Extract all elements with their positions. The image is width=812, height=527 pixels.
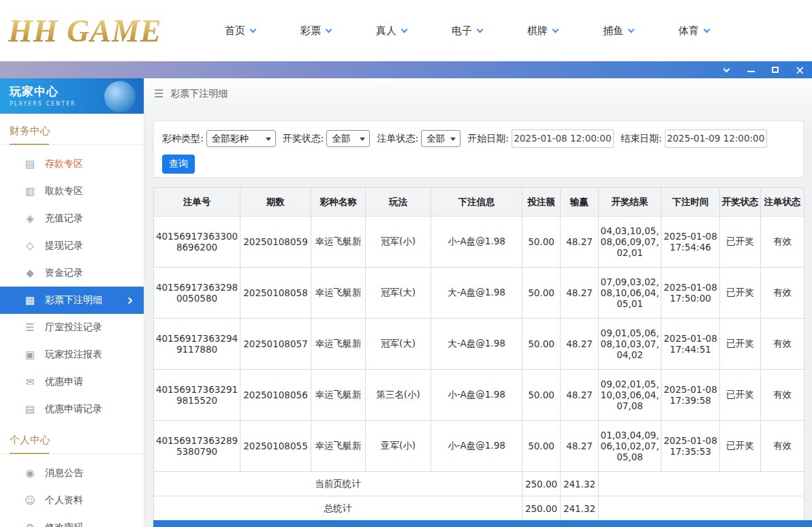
draw-status-label: 开奖状态: <box>283 133 324 145</box>
cell-order-id: 401569173633008696200 <box>154 217 240 268</box>
brand-logo[interactable]: HH GAME <box>8 13 192 49</box>
table-row: 401569173632980050580 20250108058 幸运飞艇新 … <box>154 268 805 319</box>
sidebar-item-hall-bet-records[interactable]: ☰ 厅室投注记录 <box>0 314 144 341</box>
sidebar-item-recharge-records[interactable]: ◈ 充值记录 <box>0 205 144 232</box>
nav-item-live[interactable]: 真人 <box>376 25 407 37</box>
nav-label: 体育 <box>678 25 699 37</box>
start-date-label: 开始日期: <box>467 133 509 145</box>
cell-play: 冠军(小) <box>366 217 431 268</box>
cell-draw-result: 01,03,04,09,06,10,02,07,05,08 <box>599 421 661 472</box>
end-date-input[interactable]: 2025-01-09 12:00:00 <box>665 129 767 148</box>
sidebar-item-withdraw-zone[interactable]: ▥ 取款专区 <box>0 178 144 205</box>
promo-records-icon: ▤ <box>23 403 37 415</box>
menu-icon[interactable]: ☰ <box>154 87 163 100</box>
cell-lottery-name: 幸运飞艇新 <box>311 268 366 319</box>
table-row: 401569173632895380790 20250108055 幸运飞艇新 … <box>154 421 805 472</box>
table-row: 401569173632949117880 20250108057 幸运飞艇新 … <box>154 319 805 370</box>
page-title: 彩票下注明细 <box>170 88 228 100</box>
nav-label: 真人 <box>376 25 396 37</box>
start-date-input[interactable]: 2025-01-08 12:00:00 <box>512 129 614 148</box>
sidebar-item-profile[interactable]: ☺ 个人资料 <box>0 487 144 514</box>
lottery-type-select[interactable]: 全部彩种 <box>206 130 276 147</box>
table-header-row: 注单号 期数 彩种名称 玩法 下注信息 投注额 输赢 开奖结果 下注时间 开奖状… <box>154 188 805 217</box>
nav-item-home[interactable]: 首页 <box>225 25 255 37</box>
promo-apply-icon: ✉ <box>23 376 37 388</box>
nav-item-boardgames[interactable]: 棋牌 <box>527 25 558 37</box>
nav-item-sports[interactable]: 体育 <box>678 25 709 37</box>
window-maximize-icon[interactable] <box>770 65 781 76</box>
cell-play: 冠军(大) <box>366 268 431 319</box>
cell-order-id: 401569173632949117880 <box>154 319 240 370</box>
sidebar-item-label: 取款专区 <box>45 185 83 197</box>
cell-lottery-name: 幸运飞艇新 <box>311 421 366 472</box>
window-controls: × <box>721 61 805 78</box>
nav-item-fishing[interactable]: 捕鱼 <box>603 25 634 37</box>
order-status-value: 全部 <box>426 133 445 145</box>
cell-order-id: 401569173632895380790 <box>154 421 240 472</box>
cell-bet-info: 大-A盘@1.98 <box>431 319 522 370</box>
cell-bet-time: 2025-01-08 17:35:53 <box>661 421 720 472</box>
decorative-sphere <box>104 81 136 112</box>
draw-status-select[interactable]: 全部 <box>326 130 370 147</box>
cell-bet-info: 大-A盘@1.98 <box>431 268 522 319</box>
cell-bet-info: 小-A盘@1.98 <box>431 217 522 268</box>
nav-label: 捕鱼 <box>603 25 623 37</box>
main-content: ☰ 彩票下注明细 彩种类型: 全部彩种 开奖状态: 全部 注单状态: 全部 开始… <box>144 78 812 527</box>
draw-status-value: 全部 <box>332 133 350 145</box>
cell-draw-result: 09,02,01,05,10,03,06,04,07,08 <box>599 370 661 421</box>
sidebar-item-label: 存款专区 <box>45 158 83 170</box>
top-header: HH GAME 首页 彩票 真人 电子 棋牌 捕鱼 体育 <box>0 0 812 61</box>
cell-draw-result: 04,03,10,05,08,06,09,07,02,01 <box>599 217 661 268</box>
search-button[interactable]: 查询 <box>162 155 195 174</box>
chevron-down-icon <box>401 26 408 33</box>
sidebar-item-change-password[interactable]: ⚙ 修改密码 <box>0 514 144 527</box>
sidebar-item-label: 彩票下注明细 <box>45 294 102 306</box>
personal-menu: ◉ 消息公告 ☺ 个人资料 ⚙ 修改密码 <box>0 454 144 527</box>
col-header-draw-result: 开奖结果 <box>599 188 661 217</box>
col-header-win-loss: 输赢 <box>561 188 599 217</box>
cell-order-id: 401569173632980050580 <box>154 268 240 319</box>
nav-item-lottery[interactable]: 彩票 <box>300 25 331 37</box>
table-row: 401569173633008696200 20250108059 幸运飞艇新 … <box>154 217 805 268</box>
main-nav: 首页 彩票 真人 电子 棋牌 捕鱼 体育 <box>225 25 709 37</box>
col-header-lottery-name: 彩种名称 <box>311 188 366 217</box>
cell-order-status: 有效 <box>761 370 805 421</box>
sidebar-item-player-bet-report[interactable]: ▣ 玩家投注报表 <box>0 341 144 368</box>
sidebar-item-withdrawal-records[interactable]: ◇ 提现记录 <box>0 232 144 259</box>
window-collapse-icon[interactable] <box>721 65 732 76</box>
lottery-bet-details-icon: ▦ <box>23 294 37 306</box>
order-status-select[interactable]: 全部 <box>421 130 460 147</box>
sidebar-item-label: 厅室投注记录 <box>45 321 102 334</box>
sidebar-item-announcements[interactable]: ◉ 消息公告 <box>0 460 144 487</box>
cell-bet-amount: 50.00 <box>522 217 561 268</box>
recharge-records-icon: ◈ <box>23 212 37 225</box>
nav-item-electronic[interactable]: 电子 <box>452 25 482 37</box>
nav-label: 彩票 <box>300 25 321 37</box>
sidebar-item-promo-apply[interactable]: ✉ 优惠申请 <box>0 368 144 396</box>
select-arrow-icon <box>450 138 456 141</box>
withdrawal-records-icon: ◇ <box>23 240 37 252</box>
cell-win-loss: 48.27 <box>561 421 599 472</box>
cell-draw-status: 已开奖 <box>720 217 761 268</box>
lottery-type-value: 全部彩种 <box>212 133 249 145</box>
bets-table: 注单号 期数 彩种名称 玩法 下注信息 投注额 输赢 开奖结果 下注时间 开奖状… <box>153 187 805 521</box>
sidebar-item-label: 个人资料 <box>45 494 83 507</box>
sidebar-item-deposit-zone[interactable]: ▤ 存款专区 <box>0 150 144 178</box>
sidebar-item-promo-apply-records[interactable]: ▤ 优惠申请记录 <box>0 396 144 423</box>
cell-lottery-name: 幸运飞艇新 <box>311 370 366 421</box>
window-minimize-icon[interactable] <box>745 65 756 76</box>
sidebar-item-label: 资金记录 <box>45 267 83 279</box>
cell-bet-time: 2025-01-08 17:44:51 <box>661 319 720 370</box>
sidebar: 玩家中心 PLAYERS CENTER 财务中心 ▤ 存款专区 ▥ 取款专区 ◈… <box>0 78 144 527</box>
window-close-icon[interactable]: × <box>794 65 805 76</box>
cell-bet-info: 小-A盘@1.98 <box>431 421 522 472</box>
filter-panel: 彩种类型: 全部彩种 开奖状态: 全部 注单状态: 全部 开始日期: 2025-… <box>153 121 804 178</box>
chevron-right-icon <box>126 297 133 304</box>
cell-play: 亚军(小) <box>366 421 431 472</box>
sidebar-item-lottery-bet-details[interactable]: ▦ 彩票下注明细 <box>0 287 144 314</box>
page-stats-label: 当前页统计 <box>154 472 522 496</box>
sidebar-item-label: 优惠申请 <box>45 376 83 388</box>
cell-draw-status: 已开奖 <box>720 268 761 319</box>
sidebar-item-funds-records[interactable]: ◆ 资金记录 <box>0 259 144 287</box>
bets-table-card: 注单号 期数 彩种名称 玩法 下注信息 投注额 输赢 开奖结果 下注时间 开奖状… <box>153 187 805 521</box>
